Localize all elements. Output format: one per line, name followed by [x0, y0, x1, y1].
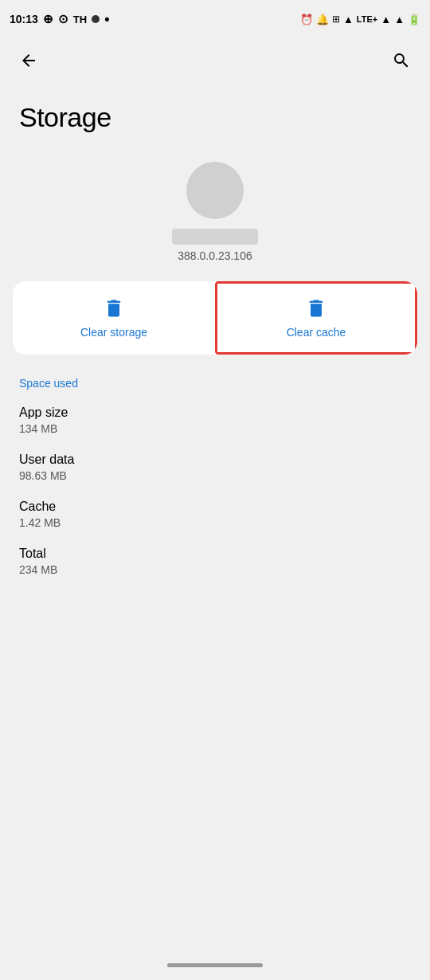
- clear-cache-label: Clear cache: [287, 326, 346, 339]
- status-bar: 10:13 ⊕ ⊙ TH • ⏰ 🔔 ⊞ ▲ LTE+ ▲ ▲ 🔋: [0, 0, 430, 38]
- total-label: Total: [19, 547, 411, 561]
- status-time: 10:13: [10, 13, 38, 25]
- space-item-cache: Cache 1.42 MB: [19, 500, 411, 529]
- clear-cache-button[interactable]: Clear cache: [215, 281, 417, 355]
- dot-icon: •: [104, 12, 109, 26]
- app-icon-section: 388.0.0.23.106: [0, 149, 430, 281]
- back-button[interactable]: [13, 45, 45, 76]
- action-card: Clear storage Clear cache: [13, 281, 417, 355]
- app-size-value: 134 MB: [19, 422, 411, 435]
- space-used-title: Space used: [19, 377, 411, 390]
- back-arrow-icon: [19, 51, 38, 70]
- clear-storage-button[interactable]: Clear storage: [13, 281, 215, 355]
- total-value: 234 MB: [19, 563, 411, 576]
- instagram2-icon: ⊙: [58, 12, 68, 26]
- app-size-label: App size: [19, 406, 411, 420]
- clear-cache-trash-icon: [305, 297, 327, 319]
- space-item-app-size: App size 134 MB: [19, 406, 411, 435]
- clear-storage-label: Clear storage: [80, 326, 147, 339]
- page-title-section: Storage: [0, 83, 430, 149]
- nav-bar: [0, 38, 430, 83]
- app-version: 388.0.0.23.106: [178, 249, 252, 262]
- status-right: ⏰ 🔔 ⊞ ▲ LTE+ ▲ ▲ 🔋: [300, 14, 420, 25]
- grid-icon: ⊞: [332, 14, 340, 25]
- signal1-icon: ▲: [381, 14, 391, 25]
- wifi-icon: ▲: [343, 14, 354, 25]
- bottom-nav-indicator: [167, 963, 263, 967]
- app-name-bar: [172, 229, 258, 245]
- space-item-user-data: User data 98.63 MB: [19, 453, 411, 482]
- cache-value: 1.42 MB: [19, 516, 411, 529]
- user-data-label: User data: [19, 453, 411, 467]
- space-item-total: Total 234 MB: [19, 547, 411, 576]
- signal2-icon: ▲: [394, 14, 405, 25]
- battery-icon: 🔋: [408, 14, 420, 25]
- search-icon: [392, 51, 411, 70]
- alarm-icon: ⏰: [300, 14, 313, 25]
- volume-icon: 🔔: [316, 14, 329, 25]
- page-title: Storage: [19, 102, 411, 133]
- search-button[interactable]: [385, 45, 417, 76]
- lte-icon: LTE+: [357, 14, 377, 24]
- th-label: TH: [73, 14, 87, 25]
- clear-storage-trash-icon: [103, 297, 125, 319]
- space-section: Space used App size 134 MB User data 98.…: [0, 355, 430, 576]
- app-icon: [186, 162, 244, 219]
- circle-icon: [92, 15, 100, 23]
- instagram-icon: ⊕: [43, 12, 53, 26]
- status-left: 10:13 ⊕ ⊙ TH •: [10, 12, 109, 26]
- cache-label: Cache: [19, 500, 411, 514]
- user-data-value: 98.63 MB: [19, 469, 411, 482]
